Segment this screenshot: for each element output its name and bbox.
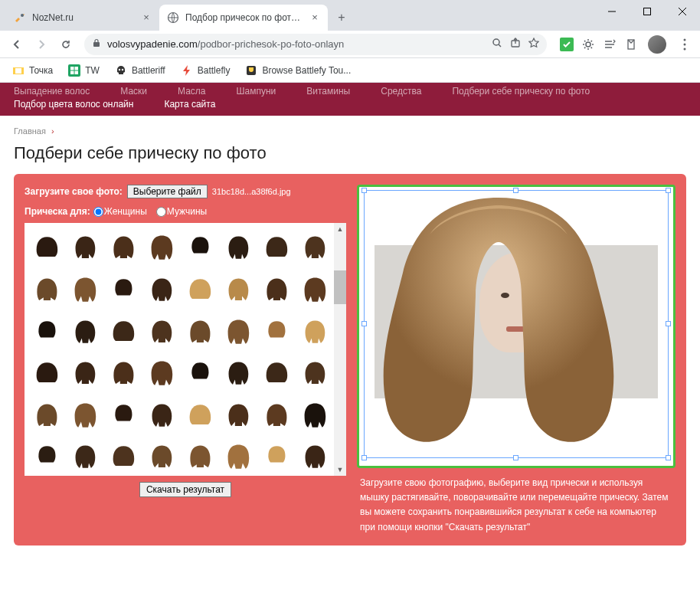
choose-file-button[interactable]: Выберите файл (127, 185, 208, 198)
check-extension-icon[interactable] (559, 37, 574, 52)
search-icon[interactable] (492, 38, 502, 51)
resize-handle[interactable] (361, 455, 367, 460)
hair-option[interactable] (297, 312, 332, 351)
gear-icon[interactable] (581, 37, 596, 52)
hair-option[interactable] (182, 437, 218, 476)
menu-button[interactable] (675, 38, 694, 51)
close-icon[interactable]: × (141, 12, 152, 23)
hair-option[interactable] (297, 353, 332, 392)
hair-option[interactable] (182, 395, 218, 434)
hair-option[interactable] (297, 228, 332, 267)
hair-option[interactable] (221, 395, 256, 434)
nav-link[interactable]: Витамины (306, 86, 350, 97)
radio-female[interactable] (93, 207, 103, 217)
hair-option[interactable] (67, 312, 103, 351)
hair-option[interactable] (182, 270, 218, 309)
list-extension-icon[interactable] (602, 37, 617, 52)
hair-option[interactable] (29, 437, 64, 476)
hair-option[interactable] (297, 395, 332, 434)
resize-handle[interactable] (666, 455, 671, 460)
hair-option[interactable] (144, 395, 179, 434)
address-bar[interactable]: volosvypadenie.com/podbor-prichesok-po-f… (84, 34, 547, 55)
hair-option[interactable] (106, 353, 141, 392)
bookmark-item[interactable]: Точка (6, 61, 59, 80)
reload-button[interactable] (55, 34, 77, 55)
nav-link[interactable]: Масла (178, 86, 205, 97)
gender-female[interactable]: Женщины (93, 206, 147, 217)
nav-link[interactable]: Средства (381, 86, 421, 97)
scroll-up-icon[interactable]: ▲ (334, 223, 346, 235)
hair-option[interactable] (144, 270, 179, 309)
radio-male[interactable] (156, 207, 166, 217)
scrollbar-track[interactable] (334, 223, 346, 476)
hair-option[interactable] (106, 270, 141, 309)
resize-handle[interactable] (513, 188, 518, 193)
hair-option[interactable] (221, 437, 256, 476)
hair-option[interactable] (144, 437, 179, 476)
gender-male[interactable]: Мужчины (156, 206, 207, 217)
hair-option[interactable] (67, 395, 103, 434)
hair-option[interactable] (259, 395, 294, 434)
hair-option[interactable] (144, 312, 179, 351)
hair-option[interactable] (29, 395, 64, 434)
hair-option[interactable] (67, 437, 103, 476)
hair-option[interactable] (221, 312, 256, 351)
nav-link[interactable]: Шампуни (237, 86, 276, 97)
back-button[interactable] (6, 34, 28, 55)
nav-link[interactable]: Карта сайта (164, 99, 215, 110)
star-icon[interactable] (528, 38, 539, 51)
close-icon[interactable]: × (309, 12, 320, 23)
hair-option[interactable] (67, 228, 103, 267)
hair-option[interactable] (182, 228, 218, 267)
resize-handle[interactable] (666, 188, 671, 193)
hair-option[interactable] (29, 312, 64, 351)
browser-tab-active[interactable]: Подбор причесок по фото онла × (159, 5, 328, 31)
hair-option[interactable] (259, 437, 294, 476)
nav-link[interactable]: Подбери себе прическу по фото (452, 86, 590, 97)
close-window-button[interactable] (665, 0, 700, 23)
nav-link[interactable]: Подбор цвета волос онлайн (14, 99, 133, 110)
hair-option[interactable] (259, 353, 294, 392)
nav-link[interactable]: Выпадение волос (14, 86, 90, 97)
hair-option[interactable] (182, 353, 218, 392)
scrollbar-thumb[interactable] (334, 270, 346, 304)
download-button[interactable]: Скачать результат (139, 482, 231, 497)
hair-option[interactable] (221, 228, 256, 267)
nav-link[interactable]: Маски (120, 86, 147, 97)
hair-option[interactable] (106, 395, 141, 434)
hair-option[interactable] (297, 270, 332, 309)
bookmark-extension-icon[interactable] (623, 37, 639, 52)
breadcrumb-home[interactable]: Главная (14, 126, 46, 136)
hair-option[interactable] (144, 228, 179, 267)
forward-button[interactable] (31, 34, 52, 55)
hair-option[interactable] (67, 353, 103, 392)
resize-handle[interactable] (361, 321, 367, 326)
hair-option[interactable] (144, 353, 179, 392)
hair-option[interactable] (259, 270, 294, 309)
browser-tab[interactable]: NozNet.ru × (6, 5, 159, 31)
maximize-button[interactable] (630, 0, 665, 23)
hair-option[interactable] (297, 437, 332, 476)
bookmark-item[interactable]: Battlefly (175, 61, 237, 80)
hair-option[interactable] (259, 228, 294, 267)
hair-option[interactable] (29, 270, 64, 309)
hair-option[interactable] (29, 353, 64, 392)
minimize-button[interactable] (594, 0, 630, 23)
resize-handle[interactable] (361, 188, 367, 193)
bookmark-item[interactable]: Battleriff (109, 61, 172, 80)
new-tab-button[interactable]: + (331, 7, 352, 28)
scroll-down-icon[interactable]: ▼ (334, 464, 346, 476)
hair-option[interactable] (106, 312, 141, 351)
selection-rect[interactable] (364, 190, 669, 458)
hair-option[interactable] (182, 312, 218, 351)
hair-option[interactable] (106, 228, 141, 267)
bookmark-item[interactable]: TW (62, 61, 106, 80)
preview-frame[interactable] (357, 185, 675, 468)
bookmark-item[interactable]: Browse Battlefy Tou... (239, 61, 357, 80)
hair-option[interactable] (259, 312, 294, 351)
resize-handle[interactable] (513, 455, 518, 460)
hair-option[interactable] (221, 353, 256, 392)
profile-avatar[interactable] (648, 35, 666, 54)
hair-option[interactable] (221, 270, 256, 309)
hair-option[interactable] (106, 437, 141, 476)
